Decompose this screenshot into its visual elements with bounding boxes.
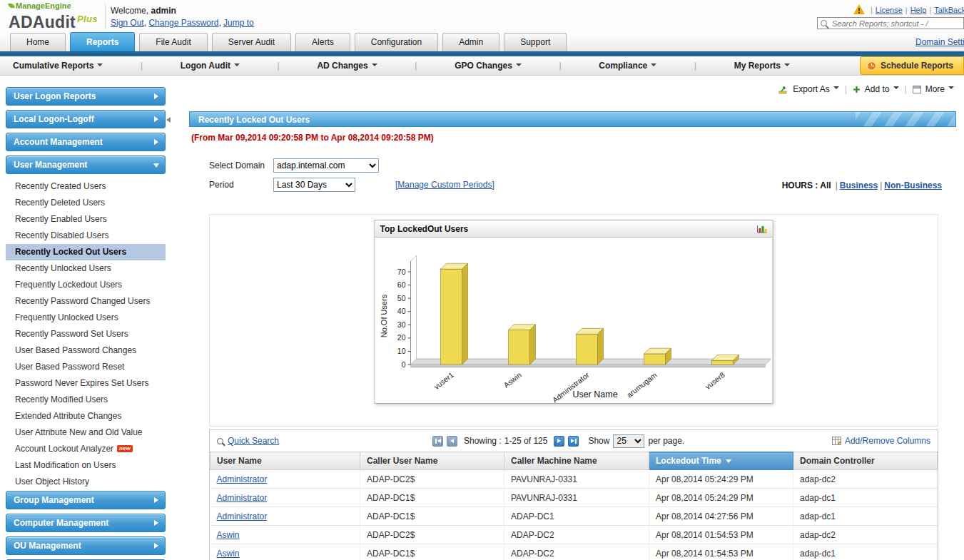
- sidebar-item-recently-deleted-users[interactable]: Recently Deleted Users: [6, 195, 166, 211]
- exclamation-mark: [858, 8, 860, 11]
- hours-business-link[interactable]: Business: [840, 180, 878, 190]
- link-license[interactable]: License: [876, 6, 903, 14]
- more-button[interactable]: More: [925, 84, 954, 94]
- sidebar-item-account-lockout-analyzer[interactable]: Account Lockout Analyzernew: [6, 441, 166, 457]
- sidebar-item-recently-disabled-users[interactable]: Recently Disabled Users: [6, 228, 166, 244]
- menu-cumulative-reports[interactable]: Cumulative Reports: [13, 61, 103, 71]
- user-link[interactable]: Aswin: [217, 549, 240, 559]
- sidebar-item-password-never-expires-set-users[interactable]: Password Never Expires Set Users: [6, 375, 166, 392]
- tab-support[interactable]: Support: [504, 33, 567, 51]
- user-link[interactable]: Aswin: [217, 530, 240, 540]
- cell-user-name[interactable]: Aswin: [210, 544, 360, 560]
- y-tick-label: 30: [397, 320, 406, 329]
- sidebar-item-user-object-history[interactable]: User Object History: [6, 474, 166, 490]
- hours-non-business-link[interactable]: Non-Business: [884, 180, 942, 190]
- user-link[interactable]: Administrator: [217, 511, 268, 521]
- y-axis-label: No.Of Users: [380, 294, 388, 337]
- more-label: More: [925, 84, 945, 94]
- column-header-caller-machine-name[interactable]: Caller Machine Name: [504, 452, 649, 470]
- bar-aswin[interactable]: [509, 325, 536, 365]
- last-page-button[interactable]: [568, 436, 579, 447]
- tab-configuration[interactable]: Configuration: [355, 33, 438, 51]
- menu-gpo-changes[interactable]: GPO Changes: [455, 61, 522, 71]
- export-as-button[interactable]: Export As: [793, 84, 838, 94]
- domain-select[interactable]: adap.internal.com: [273, 158, 379, 173]
- bar-administrator[interactable]: [577, 328, 604, 365]
- user-link[interactable]: Administrator: [217, 474, 268, 484]
- sidebar-section-group-management[interactable]: Group Management: [6, 491, 166, 509]
- sidebar-item-recently-enabled-users[interactable]: Recently Enabled Users: [6, 211, 166, 228]
- sidebar-section-user-management[interactable]: User Management: [6, 156, 166, 174]
- schedule-reports-button[interactable]: Schedule Reports: [860, 56, 964, 75]
- tab-alerts[interactable]: Alerts: [295, 33, 350, 51]
- column-header-user-name[interactable]: User Name: [210, 452, 360, 470]
- quick-search-link[interactable]: Quick Search: [228, 436, 279, 446]
- sidebar-item-recently-modified-users[interactable]: Recently Modified Users: [6, 392, 166, 408]
- link-talkback[interactable]: TalkBack: [934, 6, 964, 14]
- bar-arumugam[interactable]: [644, 348, 671, 365]
- tab-home[interactable]: Home: [10, 33, 66, 51]
- page-size-select[interactable]: 25: [613, 434, 644, 448]
- sidebar-item-recently-password-changed-users[interactable]: Recently Password Changed Users: [6, 293, 166, 310]
- sidebar-item-recently-password-set-users[interactable]: Recently Password Set Users: [6, 326, 166, 342]
- prev-page-button[interactable]: [447, 436, 457, 447]
- cell-user-name[interactable]: Administrator: [210, 470, 360, 489]
- first-page-button[interactable]: [432, 436, 443, 447]
- sidebar-item-user-based-password-changes[interactable]: User Based Password Changes: [6, 342, 166, 359]
- chevron-down-icon: [784, 63, 790, 69]
- hours-all[interactable]: All: [820, 180, 831, 190]
- sidebar-item-frequently-unlocked-users[interactable]: Frequently Unlocked Users: [6, 310, 166, 326]
- bar-vuser1[interactable]: [441, 263, 468, 365]
- sidebar-section-local-logon-logoff[interactable]: Local Logon-Logoff: [6, 110, 166, 128]
- link-change-password[interactable]: Change Password: [148, 18, 218, 28]
- sidebar-item-user-attribute-new-and-old-value[interactable]: User Attribute New and Old Value: [6, 424, 166, 441]
- bar-vuser8[interactable]: [712, 355, 739, 365]
- next-page-button[interactable]: [554, 436, 564, 447]
- sidebar-item-label: Recently Password Set Users: [15, 329, 128, 339]
- tab-admin[interactable]: Admin: [442, 33, 499, 51]
- sidebar-section-user-logon-reports[interactable]: User Logon Reports: [6, 87, 166, 106]
- chevron-down-icon: [516, 63, 522, 69]
- y-tick-label: 60: [397, 280, 406, 289]
- separator: |: [141, 61, 143, 71]
- welcome-text: Welcome, admin: [111, 6, 176, 16]
- warning-icon[interactable]: [853, 4, 865, 14]
- sidebar-item-frequently-lockedout-users[interactable]: Frequently Lockedout Users: [6, 277, 166, 293]
- sidebar-item-recently-created-users[interactable]: Recently Created Users: [6, 178, 166, 195]
- period-select[interactable]: Last 30 Days: [273, 178, 355, 192]
- user-link[interactable]: Administrator: [217, 493, 268, 503]
- domain-settings-link[interactable]: Domain Settings: [915, 37, 964, 47]
- menu-logon-audit[interactable]: Logon Audit: [181, 61, 240, 71]
- sidebar-item-last-modification-on-users[interactable]: Last Modification on Users: [6, 457, 166, 474]
- manage-custom-periods-link[interactable]: [Manage Custom Periods]: [395, 180, 494, 190]
- sidebar-item-recently-unlocked-users[interactable]: Recently Unlocked Users: [6, 260, 166, 277]
- sidebar-section-computer-management[interactable]: Computer Management: [6, 514, 166, 532]
- search-input[interactable]: [831, 19, 963, 29]
- tab-server-audit[interactable]: Server Audit: [212, 33, 291, 51]
- column-header-domain-controller[interactable]: Domain Controller: [793, 452, 938, 470]
- sidebar-section-ou-management[interactable]: OU Management: [6, 536, 166, 555]
- menu-ad-changes[interactable]: AD Changes: [317, 61, 377, 71]
- link-sign-out[interactable]: Sign Out: [111, 18, 144, 28]
- sidebar-item-user-based-password-reset[interactable]: User Based Password Reset: [6, 359, 166, 375]
- y-tick-label: 40: [397, 307, 406, 315]
- add-to-button[interactable]: Add to: [865, 84, 899, 94]
- sidebar-item-extended-attribute-changes[interactable]: Extended Attribute Changes: [6, 408, 166, 424]
- tab-reports[interactable]: Reports: [70, 32, 135, 51]
- cell-user-name[interactable]: Aswin: [210, 526, 360, 544]
- cell-user-name[interactable]: Administrator: [210, 489, 360, 507]
- chart-type-icon[interactable]: [757, 225, 768, 233]
- report-search[interactable]: [817, 17, 964, 29]
- column-header-caller-user-name[interactable]: Caller User Name: [360, 452, 504, 470]
- link-jump-to[interactable]: Jump to: [223, 18, 254, 28]
- link-help[interactable]: Help: [910, 6, 927, 14]
- cell-user-name[interactable]: Administrator: [210, 507, 360, 526]
- separator: |: [836, 180, 838, 190]
- sidebar-section-account-management[interactable]: Account Management: [6, 133, 166, 151]
- menu-compliance[interactable]: Compliance: [599, 61, 656, 71]
- menu-my-reports[interactable]: My Reports: [734, 61, 790, 71]
- column-header-lockedout-time[interactable]: Lockedout Time: [649, 452, 793, 470]
- sidebar-item-recently-locked-out-users[interactable]: Recently Locked Out Users: [6, 244, 166, 260]
- add-remove-columns-link[interactable]: Add/Remove Columns: [832, 430, 930, 452]
- tab-file-audit[interactable]: File Audit: [139, 33, 207, 51]
